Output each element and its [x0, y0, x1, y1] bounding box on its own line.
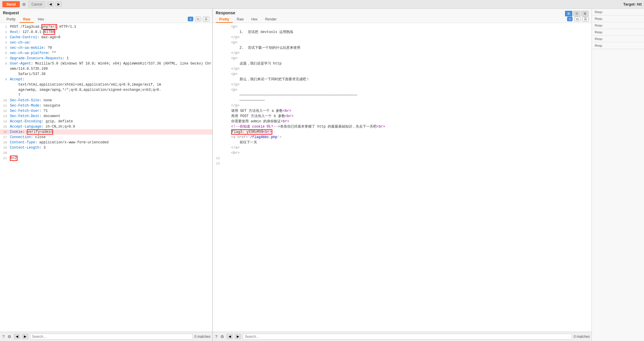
line-content-18: Content-Type: application/x-www-form-url…	[9, 140, 212, 145]
resp-content-19: <!--你知道 cookie 吗？-->恭喜你已经基本掌握了 http 的最最基…	[222, 124, 592, 129]
line-content-1: POST /flag3cad.php?a=1 HTTP/1.1	[9, 24, 212, 29]
request-line-21: 21 b=2	[0, 156, 212, 161]
response-line-20: flag3: yX3RoMXN<br>	[213, 129, 592, 135]
tab-raw-request[interactable]: Raw	[20, 16, 34, 23]
nav-back-button[interactable]: ◀	[47, 1, 54, 7]
nav-forward-button[interactable]: ▶	[55, 1, 62, 7]
request-line-5: 5 sec-ch-ua-mobile: ?0	[0, 45, 212, 51]
response-bottom-help-icon[interactable]: ?	[215, 334, 218, 340]
response-line-16: 请用 GET 方法传入一个 a 参数<br>	[213, 108, 592, 114]
resp-content-1: <p>	[222, 24, 592, 29]
resp-line-num-24	[213, 150, 222, 156]
tab-pretty-request[interactable]: Pretty	[3, 16, 19, 23]
response-line-18: 你需要使用 admin 的身份验证<br>	[213, 119, 592, 124]
side-panel-item-5[interactable]: Requ	[592, 36, 644, 42]
menu-btn-response[interactable]: ☰	[582, 17, 589, 22]
request-search-back-btn[interactable]: ◀	[14, 334, 20, 339]
view-horizontal-icon[interactable]: ⊟	[573, 11, 580, 16]
request-search-input[interactable]	[30, 334, 193, 340]
response-matches-label: 0 matches	[574, 335, 590, 339]
request-line-17: 17 Connection: close	[0, 135, 212, 140]
line-content-10: Sec-Fetch-Site: none	[9, 98, 212, 103]
response-line-1: <p>	[213, 24, 592, 29]
side-panel-item-6[interactable]: Resp	[592, 42, 644, 49]
request-line-14: 14 Accept-Encoding: gzip, deflate	[0, 119, 212, 124]
tab-render-response[interactable]: Render	[262, 16, 280, 23]
response-line-14: ————————————————————————————————————————…	[213, 93, 592, 98]
resp-content-5: 2. 尝试下载一个别的什么玩意来使用	[222, 45, 592, 51]
side-panel-item-2[interactable]: Requ	[592, 15, 644, 22]
resp-content-8: 这题，我们还是学习 http	[222, 61, 592, 66]
menu-btn-request[interactable]: ☰	[203, 17, 209, 22]
newline-btn-response[interactable]: \n	[574, 17, 580, 21]
resp-line-num-7	[213, 56, 222, 61]
resp-content-16: 请用 GET 方法传入一个 a 参数<br>	[222, 108, 592, 114]
resp-line-num-22	[213, 140, 222, 145]
top-bar: Send ⚙ Cancel ◀ ▶ Target: htt	[0, 0, 644, 9]
word-wrap-btn-request[interactable]: ≡	[188, 17, 193, 21]
line-content-17: Connection: close	[9, 135, 212, 140]
request-tab-row: Pretty Raw Hex ≡ \n ☰	[3, 16, 209, 23]
resp-content-14b: ————————————	[222, 98, 592, 103]
side-panel-item-3[interactable]: Requ	[592, 22, 644, 29]
side-panel-item-4[interactable]: Requ	[592, 29, 644, 36]
response-code-area[interactable]: <p> 1. 尝试把 devtools 运用熟练 </p> <p> 2. 尝试下…	[213, 23, 592, 332]
line-content-13: Sec-Fetch-Dest: document	[9, 114, 212, 119]
resp-line-num-17	[213, 114, 222, 119]
line-content-8: User-Agent: Mozilla/5.0 (Windows NT 10.0…	[9, 61, 212, 77]
line-num-16: 16	[0, 129, 9, 135]
response-search-input[interactable]	[243, 334, 572, 340]
request-line-7: 7 Upgrade-Insecure-Requests: 1	[0, 56, 212, 61]
request-line-6: 6 sec-ch-ua-platform: ""	[0, 51, 212, 56]
response-line-22: 前往下一关	[213, 140, 592, 145]
line-content-9: Accept: text/html,application/xhtml+xml,…	[9, 77, 212, 98]
tab-hex-response[interactable]: Hex	[248, 16, 261, 23]
request-line-12: 12 Sec-Fetch-User: ?1	[0, 108, 212, 114]
tab-hex-request[interactable]: Hex	[34, 16, 48, 23]
request-bottom-help-icon[interactable]: ?	[2, 334, 5, 340]
request-code-area[interactable]: 1 POST /flag3cad.php?a=1 HTTP/1.1 2 Host…	[0, 23, 212, 332]
request-panel: Request Pretty Raw Hex ≡ \n ☰ 1 POST /fl…	[0, 9, 213, 341]
line-num-7: 7	[0, 56, 9, 61]
line-num-5: 5	[0, 45, 9, 51]
send-button[interactable]: Send	[2, 1, 20, 7]
tab-pretty-response[interactable]: Pretty	[216, 16, 233, 23]
line-num-18: 18	[0, 140, 9, 145]
view-split-icon[interactable]: ⊞	[565, 11, 572, 16]
resp-content-21: <a href='/flag4bbc.php'>	[222, 135, 592, 140]
resp-line-num-23	[213, 145, 222, 150]
response-search-back-btn[interactable]: ◀	[227, 334, 233, 339]
response-line-21: <a href='/flag4bbc.php'>	[213, 135, 592, 140]
request-line-3: 3 Cache-Control: max-age=0	[0, 35, 212, 40]
response-line-10: <p>	[213, 72, 592, 77]
response-line-13: <p>	[213, 87, 592, 93]
side-panel-item-1[interactable]: Requ	[592, 9, 644, 15]
b-param-highlight: b=2	[10, 156, 17, 161]
resp-content-4: <p>	[222, 40, 592, 45]
view-detach-icon[interactable]: ⊠	[581, 11, 589, 16]
resp-content-3: </p>	[222, 35, 592, 40]
flag3-highlight: flag3: yX3RoMXN<br>	[231, 129, 272, 135]
response-line-14b: ————————————	[213, 98, 592, 103]
word-wrap-btn-response[interactable]: ≡	[567, 17, 572, 21]
request-panel-title: Request	[3, 11, 209, 15]
gear-icon[interactable]: ⚙	[22, 1, 27, 7]
resp-line-num-9	[213, 66, 222, 72]
response-tab-row: Pretty Raw Hex Render ≡ \n ☰	[216, 16, 589, 23]
resp-content-17: 再用 POST 方法传入一个 b 参数<br>	[222, 114, 592, 119]
request-line-1: 1 POST /flag3cad.php?a=1 HTTP/1.1	[0, 24, 212, 29]
tab-raw-response[interactable]: Raw	[233, 16, 247, 23]
newline-btn-request[interactable]: \n	[195, 17, 201, 21]
resp-content-25	[222, 156, 592, 161]
cancel-button[interactable]: Cancel	[28, 1, 45, 8]
request-search-fwd-btn[interactable]: ▶	[22, 334, 28, 339]
resp-content-2: 1. 尝试把 devtools 运用熟练	[222, 29, 592, 35]
resp-line-num-15	[213, 103, 222, 108]
resp-line-num-8	[213, 61, 222, 66]
response-search-fwd-btn[interactable]: ▶	[235, 334, 241, 339]
response-bottom-gear-icon[interactable]: ⚙	[220, 334, 225, 340]
line-content-3: Cache-Control: max-age=0	[9, 35, 212, 40]
request-line-10: 10 Sec-Fetch-Site: none	[0, 98, 212, 103]
request-bottom-gear-icon[interactable]: ⚙	[7, 334, 12, 340]
response-line-4: <p>	[213, 40, 592, 45]
